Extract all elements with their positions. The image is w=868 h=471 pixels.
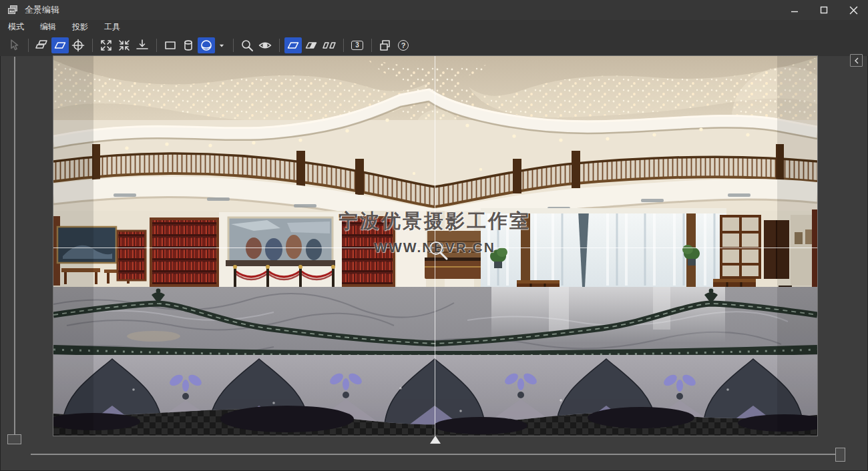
dual-view-button[interactable]	[320, 37, 338, 53]
help-icon: ?	[398, 40, 409, 51]
menu-mode[interactable]: 模式	[0, 19, 32, 35]
window-title: 全景编辑	[25, 4, 59, 16]
sphere-projection-button[interactable]	[198, 37, 215, 53]
panorama-editor-window: 全景编辑 模式 编辑 投影 工具	[0, 0, 868, 471]
toolbar-separator	[343, 39, 344, 52]
grid-3-icon: 3	[351, 41, 363, 50]
pointer-tool-button	[5, 37, 23, 53]
magnifier-cursor-icon	[427, 240, 454, 266]
app-icon	[7, 4, 19, 16]
grid-3-view-button[interactable]: 3	[349, 37, 366, 53]
title-bar: 全景编辑	[0, 0, 868, 20]
menu-tools[interactable]: 工具	[96, 19, 128, 35]
single-view-button[interactable]	[284, 37, 302, 53]
toolbar-separator	[92, 39, 93, 52]
toolbar-separator	[371, 39, 372, 52]
projection-dropdown-button[interactable]	[216, 37, 228, 53]
maximize-button[interactable]	[809, 0, 839, 20]
minimize-button[interactable]	[780, 0, 809, 20]
split-view-button[interactable]	[302, 37, 320, 53]
vertical-slider-handle[interactable]	[7, 434, 21, 444]
horizontal-slider-handle[interactable]	[835, 448, 845, 462]
expand-view-button[interactable]	[97, 37, 115, 53]
stacked-layers-tool-button[interactable]	[33, 37, 51, 53]
toolbar-separator	[233, 39, 234, 52]
menu-bar: 模式 编辑 投影 工具	[0, 20, 868, 35]
preview-eye-button[interactable]	[256, 37, 274, 53]
menu-projection[interactable]: 投影	[64, 19, 96, 35]
polygon-tool-button[interactable]	[51, 37, 69, 53]
toolbar-separator	[28, 39, 29, 52]
help-button[interactable]: ?	[395, 37, 412, 53]
crosshair-target-tool-button[interactable]	[69, 37, 87, 53]
close-button[interactable]	[839, 0, 868, 20]
toolbar-separator	[156, 39, 157, 52]
panorama-canvas[interactable]: 宁波优景摄影工作室 WWW.NBVR.CN	[53, 56, 817, 436]
vertical-slider-track[interactable]	[14, 57, 15, 435]
zoom-tool-button[interactable]	[238, 37, 256, 53]
cylinder-projection-button[interactable]	[180, 37, 197, 53]
snap-horizon-button[interactable]	[134, 37, 151, 53]
horizontal-slider-track[interactable]	[31, 454, 840, 455]
copy-layers-button[interactable]	[377, 37, 394, 53]
toolbar-separator	[279, 39, 280, 52]
panel-collapse-button[interactable]	[850, 54, 863, 67]
menu-edit[interactable]: 编辑	[32, 19, 64, 35]
flat-projection-button[interactable]	[162, 37, 179, 53]
toolbar: 3 ?	[0, 35, 868, 56]
shrink-view-button[interactable]	[116, 37, 133, 53]
center-position-marker	[430, 436, 441, 444]
